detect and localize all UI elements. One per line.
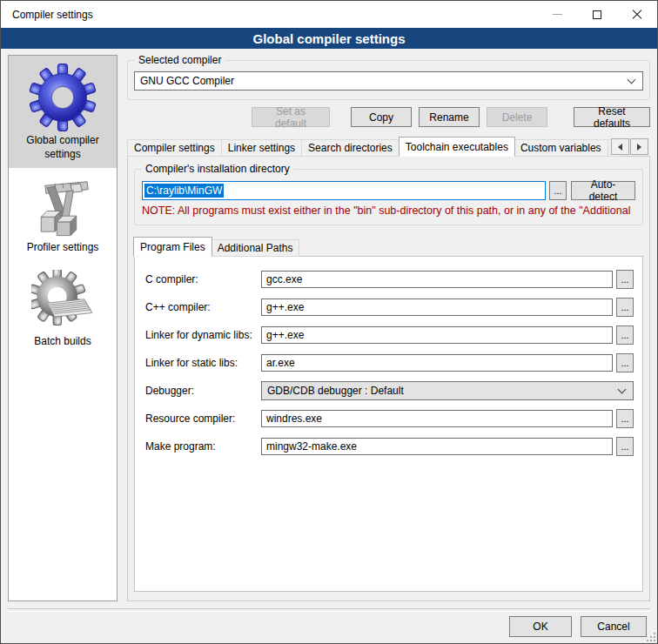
compiler-actions: Set as default Copy Rename Delete Reset … <box>127 107 650 127</box>
sidebar-item-label: Global compiler settings <box>26 134 98 160</box>
resource-compiler-input[interactable] <box>261 410 613 427</box>
selected-compiler-group: Selected compiler GNU GCC Compiler <box>127 60 650 100</box>
field-row-debugger: Debugger: GDB/CDB debugger : Default <box>145 381 634 400</box>
compiler-select[interactable]: GNU GCC Compiler <box>134 71 643 91</box>
field-row-c-compiler: C compiler: ... <box>145 270 634 289</box>
tab-scroll-left-button[interactable] <box>611 138 629 155</box>
main-panel: Selected compiler GNU GCC Compiler Set a… <box>127 55 650 601</box>
chevron-down-icon <box>628 76 636 84</box>
static-linker-input[interactable] <box>261 354 613 372</box>
c-compiler-browse-button[interactable]: ... <box>616 270 634 289</box>
sidebar-item-label: Profiler settings <box>27 241 99 253</box>
field-label: Make program: <box>145 440 261 453</box>
debugger-select[interactable]: GDB/CDB debugger : Default <box>261 381 634 400</box>
field-row-static-linker: Linker for static libs: ... <box>145 353 634 372</box>
program-files-page: C compiler: ... C++ compiler: ... Linker… <box>134 256 643 592</box>
tab-scroll-arrows <box>610 138 648 155</box>
tab-compiler-settings[interactable]: Compiler settings <box>127 139 222 157</box>
field-label: Resource compiler: <box>145 413 261 425</box>
caption-buttons <box>537 1 657 28</box>
gray-gear-stack-icon <box>31 270 94 332</box>
tab-custom-variables[interactable]: Custom variables <box>514 139 608 157</box>
field-row-cpp-compiler: C++ compiler: ... <box>145 298 634 317</box>
copy-button[interactable]: Copy <box>351 107 412 127</box>
sidebar-item-label: Batch builds <box>34 335 91 347</box>
tab-toolchain-executables[interactable]: Toolchain executables <box>399 137 515 157</box>
compiler-settings-dialog: Compiler settings Global compiler settin… <box>0 0 658 644</box>
blue-gear-icon <box>29 64 97 131</box>
delete-button[interactable]: Delete <box>487 107 547 127</box>
dialog-header: Global compiler settings <box>1 28 657 49</box>
field-row-make-program: Make program: ... <box>145 437 634 456</box>
maximize-button[interactable] <box>577 1 617 28</box>
tab-linker-settings[interactable]: Linker settings <box>222 139 302 157</box>
close-icon <box>632 10 642 20</box>
make-program-input[interactable] <box>261 438 613 455</box>
program-files-notebook: Program Files Additional Paths C compile… <box>134 237 643 592</box>
tab-program-files[interactable]: Program Files <box>133 237 212 257</box>
settings-tabbar: Compiler settings Linker settings Search… <box>127 137 650 157</box>
sidebar-item-global-compiler-settings[interactable]: Global compiler settings <box>9 56 117 168</box>
auto-detect-button[interactable]: Auto-detect <box>571 181 635 200</box>
installation-directory-group: Compiler's installation directory C:\ray… <box>134 169 643 225</box>
installation-directory-selected-text: C:\raylib\MinGW <box>144 184 224 198</box>
installation-directory-input[interactable]: C:\raylib\MinGW <box>142 181 546 200</box>
window-title: Compiler settings <box>12 9 93 21</box>
tab-scroll-right-button[interactable] <box>630 138 648 155</box>
sidebar-item-profiler-settings[interactable]: Profiler settings <box>9 168 117 262</box>
field-label: C compiler: <box>145 273 261 285</box>
tab-additional-paths[interactable]: Additional Paths <box>212 239 300 257</box>
minimize-button[interactable] <box>537 1 577 28</box>
field-label: C++ compiler: <box>145 301 261 313</box>
compiler-select-value: GNU GCC Compiler <box>140 75 234 87</box>
resource-compiler-browse-button[interactable]: ... <box>616 409 634 428</box>
dynamic-linker-input[interactable] <box>261 326 613 344</box>
titlebar: Compiler settings <box>1 1 657 28</box>
make-program-browse-button[interactable]: ... <box>616 437 634 456</box>
set-as-default-button[interactable]: Set as default <box>252 107 330 127</box>
caliper-icon <box>31 176 94 238</box>
cpp-compiler-browse-button[interactable]: ... <box>616 298 634 317</box>
settings-category-list: Global compiler settings <box>8 55 118 601</box>
maximize-icon <box>593 10 601 19</box>
cancel-button[interactable]: Cancel <box>581 616 647 637</box>
tab-search-directories[interactable]: Search directories <box>302 139 400 157</box>
rename-button[interactable]: Rename <box>419 107 480 127</box>
resize-grip[interactable] <box>647 633 655 641</box>
installation-directory-browse-button[interactable]: ... <box>549 181 567 200</box>
installation-directory-group-label: Compiler's installation directory <box>142 163 293 175</box>
arrow-left-icon <box>618 144 622 151</box>
field-label: Debugger: <box>145 385 261 397</box>
chevron-down-icon <box>618 386 627 394</box>
cpp-compiler-input[interactable] <box>261 299 613 316</box>
debugger-select-value: GDB/CDB debugger : Default <box>267 385 404 397</box>
selected-compiler-group-label: Selected compiler <box>135 54 225 66</box>
minimize-icon <box>553 14 562 15</box>
close-button[interactable] <box>617 1 657 28</box>
field-row-resource-compiler: Resource compiler: ... <box>145 409 634 428</box>
dialog-footer: OK Cancel <box>1 608 657 643</box>
toolchain-executables-page: Compiler's installation directory C:\ray… <box>127 156 650 601</box>
program-files-tabbar: Program Files Additional Paths <box>134 237 643 257</box>
bin-subdirectory-note: NOTE: All programs must exist either in … <box>142 205 635 217</box>
ok-button[interactable]: OK <box>509 616 572 637</box>
dynamic-linker-browse-button[interactable]: ... <box>616 325 634 345</box>
static-linker-browse-button[interactable]: ... <box>616 353 634 372</box>
field-label: Linker for static libs: <box>145 357 261 369</box>
dialog-body: Global compiler settings <box>1 49 657 608</box>
field-row-dynamic-linker: Linker for dynamic libs: ... <box>145 325 634 345</box>
arrow-right-icon <box>637 144 641 151</box>
c-compiler-input[interactable] <box>261 271 613 288</box>
field-label: Linker for dynamic libs: <box>145 329 261 341</box>
sidebar-item-batch-builds[interactable]: Batch builds <box>9 262 117 356</box>
reset-defaults-button[interactable]: Reset defaults <box>574 107 650 127</box>
